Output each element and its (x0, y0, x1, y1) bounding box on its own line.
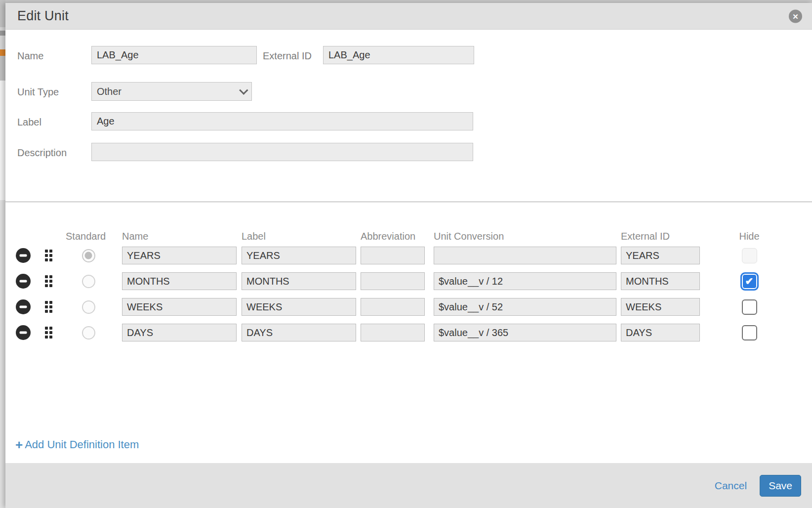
cell-remove (15, 325, 31, 340)
cell-remove (15, 274, 31, 289)
cell-abbreviation (361, 247, 425, 264)
column-header-hide: Hide (739, 231, 759, 242)
remove-row-icon[interactable] (16, 274, 31, 289)
external-id-label: External ID (263, 46, 318, 62)
column-header-label: Label (242, 231, 356, 242)
drag-dot (45, 250, 48, 253)
row-external-id-input[interactable] (621, 324, 700, 341)
dialog-body: Name External ID Unit Type Other Label (5, 30, 812, 463)
description-input[interactable] (91, 143, 473, 161)
drag-handle-icon[interactable] (45, 275, 52, 287)
background-page-strip (0, 0, 5, 508)
row-unit-conversion-input[interactable] (434, 324, 616, 341)
remove-row-icon[interactable] (16, 325, 31, 340)
unit-definition-row: ✔ (15, 272, 812, 290)
column-header-name: Name (122, 231, 237, 242)
unit-definition-table: Standard Name Label Abbreviation Unit Co… (5, 231, 812, 341)
bg-strip-segment (0, 36, 5, 49)
drag-dot (45, 336, 48, 339)
label-input[interactable] (91, 112, 473, 130)
row-abbreviation-input[interactable] (361, 298, 425, 316)
cell-standard (66, 300, 111, 314)
close-icon[interactable]: ✕ (789, 9, 802, 23)
spacer (17, 130, 812, 143)
drag-dot (45, 327, 48, 330)
cell-hide: ✔ (739, 272, 759, 291)
row-name-input[interactable] (122, 324, 237, 341)
row-label-input[interactable] (242, 298, 356, 316)
standard-radio[interactable] (82, 275, 95, 288)
row-abbreviation-input[interactable] (361, 247, 425, 264)
close-glyph: ✕ (792, 12, 799, 20)
checkmark-glyph: ✔ (745, 276, 754, 286)
bg-strip-segment (0, 200, 5, 508)
remove-row-icon[interactable] (16, 248, 31, 263)
cell-drag (43, 301, 53, 313)
row-label-input[interactable] (242, 324, 356, 341)
drag-dot (45, 254, 48, 257)
drag-handle-icon[interactable] (45, 301, 52, 313)
cell-abbreviation (361, 324, 425, 341)
drag-dot (49, 254, 52, 257)
spacer (17, 64, 812, 82)
edit-unit-dialog: Edit Unit ✕ Name External ID Unit Type O… (5, 3, 812, 508)
drag-dot (45, 275, 48, 278)
cell-name (122, 247, 237, 264)
row-unit-conversion-input[interactable] (434, 298, 616, 316)
unit-type-select[interactable]: Other (91, 82, 252, 101)
standard-radio[interactable] (82, 249, 95, 262)
cell-label (242, 298, 356, 316)
drag-dot (49, 327, 52, 330)
external-id-input[interactable] (323, 46, 474, 64)
unit-definition-row: ✔ (15, 247, 812, 264)
name-label: Name (17, 46, 91, 62)
cell-remove (15, 248, 31, 263)
drag-dot (45, 284, 48, 287)
cancel-button[interactable]: Cancel (715, 480, 747, 492)
row-name-input[interactable] (122, 247, 237, 264)
row-label-input[interactable] (242, 247, 356, 264)
standard-radio[interactable] (82, 326, 95, 339)
table-rows: ✔ ✔ (15, 247, 812, 341)
drag-dot (49, 284, 52, 287)
cell-hide: ✔ (739, 248, 759, 263)
name-input[interactable] (91, 46, 257, 64)
row-external-id-input[interactable] (621, 247, 700, 264)
remove-row-icon[interactable] (16, 299, 31, 314)
row-abbreviation-input[interactable] (361, 272, 425, 290)
drag-dot (45, 305, 48, 308)
drag-handle-icon[interactable] (45, 327, 52, 339)
row-unit-conversion-input[interactable] (434, 247, 616, 264)
cell-abbreviation (361, 298, 425, 316)
bg-strip-segment (0, 27, 5, 31)
cell-name (122, 272, 237, 290)
cell-hide: ✔ (739, 299, 759, 315)
row-label-input[interactable] (242, 272, 356, 290)
unit-type-selected-value: Other (97, 86, 122, 97)
cell-drag (43, 250, 53, 261)
plus-icon: + (15, 438, 23, 451)
row-unit-conversion-input[interactable] (434, 272, 616, 290)
drag-dot (45, 258, 48, 261)
row-external-id-input[interactable] (621, 272, 700, 290)
drag-dot (45, 301, 48, 304)
row-name-input[interactable] (122, 272, 237, 290)
column-header-unit-conversion: Unit Conversion (434, 231, 616, 242)
drag-handle-icon[interactable] (45, 250, 52, 261)
save-button[interactable]: Save (760, 475, 801, 497)
unit-definition-row: ✔ (15, 298, 812, 316)
add-unit-definition-item-link[interactable]: + Add Unit Definition Item (15, 438, 139, 451)
row-external-id-input[interactable] (621, 298, 700, 316)
standard-radio[interactable] (82, 300, 95, 314)
hide-checkbox[interactable]: ✔ (742, 248, 757, 263)
hide-checkbox[interactable]: ✔ (742, 299, 757, 315)
row-abbreviation-input[interactable] (361, 324, 425, 341)
bg-strip-orange-accent (0, 49, 5, 56)
description-label: Description (17, 143, 91, 159)
dialog-title: Edit Unit (17, 8, 69, 24)
row-name-input[interactable] (122, 298, 237, 316)
hide-checkbox[interactable]: ✔ (740, 272, 759, 291)
drag-dot (49, 336, 52, 339)
hide-checkbox[interactable]: ✔ (742, 325, 757, 340)
unit-form: Name External ID Unit Type Other Label (5, 30, 812, 161)
